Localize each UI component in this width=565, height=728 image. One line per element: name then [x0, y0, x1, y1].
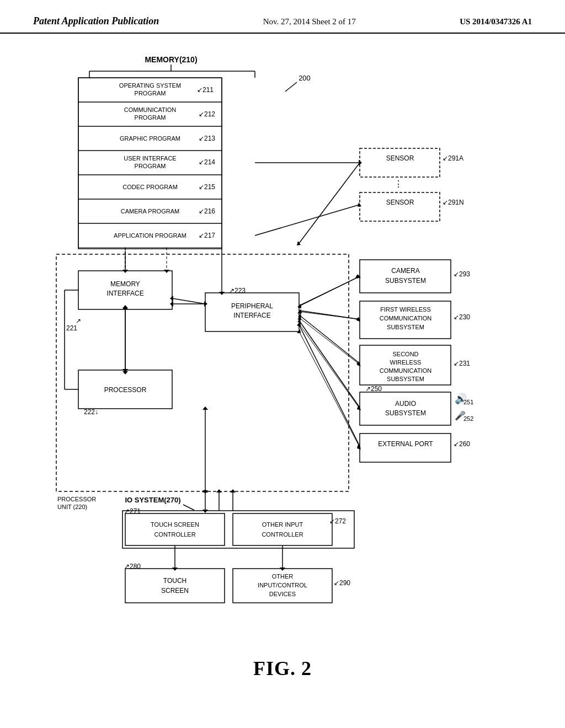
header-patent-num: US 2014/0347326 A1	[460, 17, 532, 26]
svg-text:PROGRAM: PROGRAM	[135, 90, 166, 97]
svg-text:TOUCH: TOUCH	[163, 577, 186, 585]
svg-text:COMMUNICATION: COMMUNICATION	[380, 315, 432, 322]
svg-text:EXTERNAL PORT: EXTERNAL PORT	[378, 440, 433, 448]
svg-text:200: 200	[299, 74, 311, 82]
svg-text:↙212: ↙212	[199, 110, 215, 118]
svg-text:↙214: ↙214	[199, 158, 215, 166]
svg-line-151	[299, 324, 360, 409]
svg-text:INTERFACE: INTERFACE	[233, 312, 270, 319]
svg-text:PERIPHERAL: PERIPHERAL	[231, 302, 273, 310]
svg-text:OTHER: OTHER	[272, 573, 294, 580]
svg-text:CONTROLLER: CONTROLLER	[154, 531, 195, 538]
svg-text:CONTROLLER: CONTROLLER	[262, 531, 303, 538]
svg-marker-117	[202, 510, 208, 513]
svg-rect-108	[125, 513, 225, 545]
svg-text:↙216: ↙216	[199, 207, 215, 215]
svg-marker-152	[357, 406, 361, 410]
svg-text:SUBSYSTEM: SUBSYSTEM	[387, 324, 424, 330]
svg-marker-143	[357, 274, 361, 279]
svg-marker-139	[359, 160, 362, 165]
svg-line-140	[255, 205, 360, 235]
svg-rect-35	[360, 192, 440, 221]
svg-line-96	[299, 320, 360, 408]
svg-text:INPUT/CONTROL: INPUT/CONTROL	[258, 582, 307, 588]
svg-text:↗: ↗	[76, 317, 81, 325]
svg-marker-133	[280, 568, 285, 571]
svg-line-136	[299, 163, 360, 243]
svg-text:SECOND: SECOND	[392, 351, 418, 357]
svg-text:↙272: ↙272	[329, 517, 346, 525]
svg-text:↙213: ↙213	[199, 135, 215, 142]
svg-line-106	[183, 505, 194, 510]
svg-text:221: 221	[66, 324, 77, 332]
svg-text:OTHER INPUT: OTHER INPUT	[262, 521, 303, 528]
diagram-area: MEMORY(210) OPERATING SYSTEM PROGRAM ↙21…	[34, 50, 531, 651]
svg-text:↙290: ↙290	[334, 579, 350, 587]
svg-marker-53	[122, 270, 128, 273]
svg-text:PROGRAM: PROGRAM	[135, 114, 166, 121]
svg-text:↗250: ↗250	[365, 385, 382, 393]
svg-text:↙211: ↙211	[197, 86, 214, 94]
svg-rect-31	[360, 148, 440, 177]
figure-label: FIG. 2	[0, 657, 565, 680]
svg-line-59	[172, 298, 205, 304]
svg-text:SCREEN: SCREEN	[161, 587, 189, 595]
svg-text:CODEC PROGRAM: CODEC PROGRAM	[122, 184, 178, 190]
svg-marker-63	[170, 301, 173, 307]
svg-text:↙215: ↙215	[199, 183, 215, 191]
svg-text:APPLICATION PROGRAM: APPLICATION PROGRAM	[114, 232, 186, 239]
svg-text:INTERFACE: INTERFACE	[106, 290, 143, 297]
svg-text:CAMERA: CAMERA	[391, 267, 419, 275]
svg-text:WIRELESS: WIRELESS	[390, 359, 422, 366]
svg-text:SUBSYSTEM: SUBSYSTEM	[387, 376, 424, 382]
svg-text:↗223: ↗223	[229, 287, 246, 295]
svg-line-145	[299, 312, 360, 319]
page-header: Patent Application Publication Nov. 27, …	[0, 0, 565, 34]
svg-text:↙217: ↙217	[199, 232, 215, 239]
svg-text:SUBSYSTEM: SUBSYSTEM	[385, 409, 426, 417]
svg-text:↙231: ↙231	[454, 360, 470, 367]
svg-text:GRAPHIC PROGRAM: GRAPHIC PROGRAM	[120, 135, 180, 142]
svg-text:↗280: ↗280	[124, 563, 141, 570]
svg-rect-121	[125, 569, 225, 603]
svg-line-102	[299, 325, 360, 446]
svg-text:↙291N: ↙291N	[443, 199, 464, 206]
svg-text:IO SYSTEM(270): IO SYSTEM(270)	[125, 496, 180, 504]
svg-line-148	[299, 318, 360, 365]
svg-text:AUDIO: AUDIO	[395, 400, 416, 408]
memory-title: MEMORY(210)	[145, 55, 197, 64]
svg-marker-131	[172, 568, 178, 571]
svg-text:UNIT (220): UNIT (220)	[57, 504, 87, 510]
svg-text:222↓: 222↓	[84, 408, 98, 416]
svg-text:↙291A: ↙291A	[443, 154, 463, 162]
svg-line-30	[285, 82, 297, 92]
svg-text:MEMORY: MEMORY	[110, 280, 140, 288]
svg-marker-167	[202, 406, 208, 410]
svg-text:CAMERA PROGRAM: CAMERA PROGRAM	[121, 208, 179, 215]
svg-marker-141	[358, 202, 361, 207]
svg-marker-61	[170, 296, 173, 301]
svg-marker-158	[216, 489, 222, 493]
svg-marker-120	[230, 489, 236, 493]
svg-marker-169	[164, 270, 169, 273]
svg-rect-107	[122, 511, 354, 548]
svg-text:↗271: ↗271	[124, 507, 141, 515]
svg-rect-64	[360, 260, 451, 293]
svg-text:COMMUNICATION: COMMUNICATION	[380, 367, 432, 374]
svg-text:251: 251	[463, 399, 473, 405]
svg-text:↙230: ↙230	[454, 313, 470, 321]
header-date-sheet: Nov. 27, 2014 Sheet 2 of 17	[263, 17, 356, 26]
svg-text:PROCESSOR: PROCESSOR	[57, 496, 96, 502]
svg-marker-55	[219, 292, 225, 295]
svg-text:COMMUNICATION: COMMUNICATION	[124, 106, 177, 113]
svg-text:PROGRAM: PROGRAM	[135, 163, 166, 169]
svg-text:FIRST WIRELESS: FIRST WIRELESS	[380, 306, 430, 313]
svg-text:DEVICES: DEVICES	[269, 591, 296, 597]
svg-rect-99	[360, 433, 451, 462]
svg-text:OPERATING SYSTEM: OPERATING SYSTEM	[119, 82, 181, 89]
svg-text:USER INTERFACE: USER INTERFACE	[124, 155, 176, 162]
svg-text:↙293: ↙293	[454, 270, 470, 278]
svg-text:SENSOR: SENSOR	[386, 199, 414, 206]
svg-text:PROCESSOR: PROCESSOR	[104, 386, 147, 394]
svg-line-154	[299, 331, 360, 447]
